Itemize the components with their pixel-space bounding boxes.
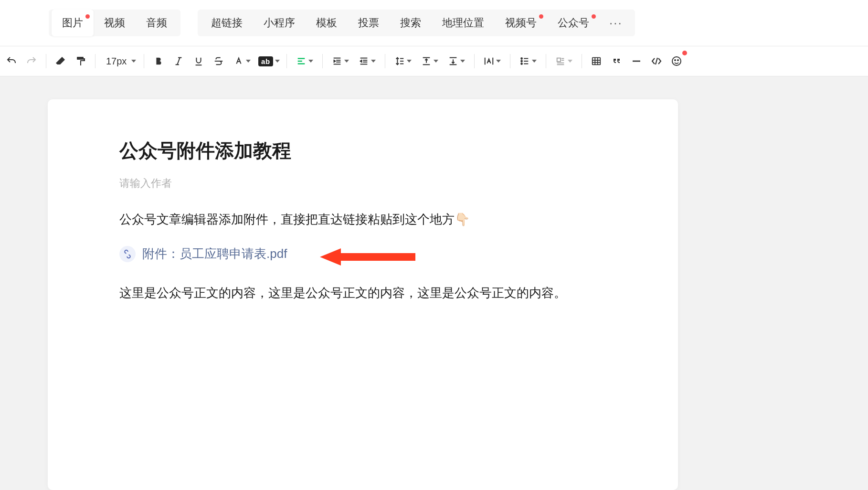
underline-button[interactable]: [189, 52, 208, 71]
insert-vote[interactable]: 投票: [348, 10, 390, 36]
insert-miniprogram[interactable]: 小程序: [253, 10, 306, 36]
editor-canvas: 公众号附件添加教程 公众号文章编辑器添加附件，直接把直达链接粘贴到这个地方👇🏻 …: [0, 76, 868, 490]
toolbar-separator: [144, 54, 144, 68]
svg-point-33: [521, 63, 523, 64]
blockquote-button[interactable]: [607, 52, 626, 71]
insert-more-button[interactable]: ···: [600, 16, 632, 31]
emoji-icon: [671, 55, 682, 67]
toolbar-separator: [474, 54, 475, 68]
insert-audio[interactable]: 音频: [136, 10, 178, 36]
insert-search[interactable]: 搜索: [390, 10, 432, 36]
chevron-down-icon: [434, 60, 438, 63]
svg-rect-37: [557, 58, 561, 62]
paint-roller-icon: [75, 55, 86, 67]
font-size-select[interactable]: 17px: [100, 52, 139, 71]
divider-button[interactable]: [627, 52, 646, 71]
svg-point-32: [521, 61, 523, 62]
toolbar-separator: [510, 54, 510, 68]
undo-button[interactable]: [2, 52, 21, 71]
attachment-link[interactable]: 附件：员工应聘申请表.pdf: [142, 245, 287, 262]
toolbar-separator: [546, 54, 546, 68]
insert-location[interactable]: 地理位置: [432, 10, 495, 36]
chevron-down-icon: [407, 60, 412, 63]
insert-image-label: 图片: [62, 16, 83, 30]
toolbar-separator: [286, 54, 287, 68]
author-input[interactable]: [119, 177, 606, 190]
chevron-down-icon: [496, 60, 501, 63]
bold-button[interactable]: [149, 52, 168, 71]
redo-icon: [26, 55, 37, 67]
insert-video-label: 视频: [104, 16, 125, 30]
chevron-down-icon: [532, 60, 537, 63]
italic-button[interactable]: [169, 52, 188, 71]
indent-increase-icon: [332, 56, 342, 66]
insert-vote-label: 投票: [358, 16, 379, 30]
float-button[interactable]: [551, 52, 577, 71]
svg-point-49: [672, 57, 681, 65]
quote-icon: [611, 55, 622, 67]
insert-video[interactable]: 视频: [94, 10, 136, 36]
notification-dot-icon: [592, 14, 596, 19]
svg-line-48: [656, 58, 657, 64]
article-page: 公众号附件添加教程 公众号文章编辑器添加附件，直接把直达链接粘贴到这个地方👇🏻 …: [48, 99, 678, 490]
emoji-button[interactable]: [667, 52, 686, 71]
insert-image[interactable]: 图片: [52, 10, 94, 36]
toolbar-separator: [46, 54, 46, 68]
highlight-color-button[interactable]: ab: [256, 52, 282, 71]
redo-button[interactable]: [22, 52, 41, 71]
eraser-icon: [55, 55, 66, 67]
text-color-icon: [233, 56, 244, 66]
line-spacing-icon: [394, 56, 405, 66]
line-spacing-button[interactable]: [390, 52, 416, 71]
float-icon: [555, 56, 566, 66]
chevron-down-icon: [131, 60, 136, 63]
svg-point-31: [521, 58, 523, 59]
indent-decrease-button[interactable]: [354, 52, 380, 71]
font-size-value: 17px: [106, 56, 127, 67]
chevron-down-icon: [344, 60, 349, 63]
notification-dot-icon: [539, 14, 543, 19]
align-left-button[interactable]: [292, 52, 318, 71]
highlight-icon: ab: [258, 56, 273, 66]
insert-channels-label: 视频号: [505, 16, 537, 30]
chevron-down-icon: [246, 60, 251, 63]
indent-increase-button[interactable]: [328, 52, 353, 71]
insert-search-label: 搜索: [400, 16, 421, 30]
paragraph-spacing-after-button[interactable]: [444, 52, 469, 71]
insert-hyperlink[interactable]: 超链接: [201, 10, 253, 36]
attachment-link-row: 附件：员工应聘申请表.pdf: [119, 245, 606, 262]
insert-official-account[interactable]: 公众号: [547, 10, 600, 36]
letter-spacing-button[interactable]: [479, 52, 505, 71]
paragraph-spacing-before-button[interactable]: [417, 52, 443, 71]
strikethrough-button[interactable]: [209, 52, 228, 71]
letter-spacing-icon: [484, 56, 494, 66]
insert-channels[interactable]: 视频号: [495, 10, 547, 36]
toolbar-separator: [385, 54, 385, 68]
insert-miniprogram-label: 小程序: [264, 16, 295, 30]
annotation-arrow-icon: [320, 246, 415, 267]
chevron-down-icon: [308, 60, 313, 63]
svg-rect-42: [593, 58, 601, 65]
article-title[interactable]: 公众号附件添加教程: [119, 138, 606, 164]
formatting-toolbar: 17px ab: [0, 46, 868, 76]
clear-format-button[interactable]: [51, 52, 70, 71]
table-button[interactable]: [587, 52, 606, 71]
code-button[interactable]: [647, 52, 666, 71]
insert-group-extras: 超链接 小程序 模板 投票 搜索 地理位置 视频号 公众号 ···: [198, 10, 635, 36]
body-paragraph[interactable]: 公众号文章编辑器添加附件，直接把直达链接粘贴到这个地方👇🏻: [119, 208, 606, 231]
insert-template-label: 模板: [316, 16, 337, 30]
chevron-down-icon: [460, 60, 465, 63]
more-icon: ···: [609, 16, 623, 30]
list-button[interactable]: [515, 52, 541, 71]
bold-icon: [153, 56, 164, 66]
toolbar-separator: [582, 54, 582, 68]
text-color-button[interactable]: [229, 52, 255, 71]
insert-group-media: 图片 视频 音频: [49, 10, 180, 36]
insert-audio-label: 音频: [146, 16, 167, 30]
horizontal-rule-icon: [631, 55, 642, 67]
format-painter-button[interactable]: [71, 52, 90, 71]
underline-icon: [193, 56, 204, 66]
insert-template[interactable]: 模板: [306, 10, 348, 36]
notification-dot-icon: [682, 51, 687, 55]
body-paragraph[interactable]: 这里是公众号正文的内容，这里是公众号正文的内容，这里是公众号正文的内容。: [119, 281, 606, 305]
